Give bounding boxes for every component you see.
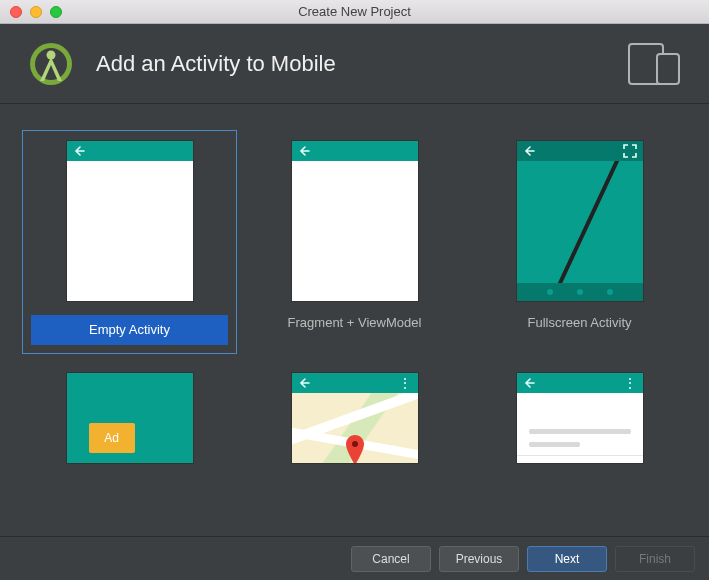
- window-titlebar: Create New Project: [0, 0, 709, 24]
- template-thumbnail: [292, 141, 418, 301]
- next-button[interactable]: Next: [527, 546, 607, 572]
- previous-button[interactable]: Previous: [439, 546, 519, 572]
- android-studio-icon: [28, 41, 74, 87]
- template-card-admob-ads-activity[interactable]: Ad: [22, 362, 237, 468]
- cancel-button[interactable]: Cancel: [351, 546, 431, 572]
- template-card-fragment-viewmodel[interactable]: Fragment + ViewModel: [247, 130, 462, 354]
- template-thumbnail: ⋮: [517, 373, 643, 463]
- wizard-footer: Cancel Previous Next Finish: [0, 536, 709, 580]
- overflow-menu-icon: ⋮: [398, 376, 412, 390]
- device-icon: [627, 42, 681, 86]
- window-title: Create New Project: [0, 4, 709, 19]
- back-arrow-icon: [523, 145, 535, 157]
- template-label: Fullscreen Activity: [477, 315, 682, 345]
- page-title: Add an Activity to Mobile: [96, 51, 336, 77]
- svg-point-5: [352, 441, 358, 447]
- map-pin-icon: [346, 435, 364, 463]
- finish-button: Finish: [615, 546, 695, 572]
- window-controls: [0, 6, 62, 18]
- fullscreen-icon: [623, 144, 637, 158]
- template-card-empty-activity[interactable]: Empty Activity: [22, 130, 237, 354]
- back-arrow-icon: [298, 377, 310, 389]
- close-window-button[interactable]: [10, 6, 22, 18]
- minimize-window-button[interactable]: [30, 6, 42, 18]
- template-thumbnail: [67, 141, 193, 301]
- template-label: Empty Activity: [31, 315, 228, 345]
- template-thumbnail: ⋮: [292, 373, 418, 463]
- template-card-scrolling-activity[interactable]: ⋮: [472, 362, 687, 468]
- template-card-fullscreen-activity[interactable]: Fullscreen Activity: [472, 130, 687, 354]
- back-arrow-icon: [523, 377, 535, 389]
- template-label: Fragment + ViewModel: [252, 315, 457, 345]
- overflow-menu-icon: ⋮: [623, 376, 637, 390]
- template-thumbnail: [517, 141, 643, 301]
- template-card-google-maps-activity[interactable]: ⋮: [247, 362, 462, 468]
- back-arrow-icon: [73, 145, 85, 157]
- wizard-header: Add an Activity to Mobile: [0, 24, 709, 104]
- template-grid: Empty Activity Fragment + ViewModel: [0, 104, 709, 536]
- maximize-window-button[interactable]: [50, 6, 62, 18]
- back-arrow-icon: [298, 145, 310, 157]
- svg-rect-4: [657, 54, 679, 84]
- template-thumbnail: Ad: [67, 373, 193, 463]
- ad-icon: Ad: [89, 423, 135, 453]
